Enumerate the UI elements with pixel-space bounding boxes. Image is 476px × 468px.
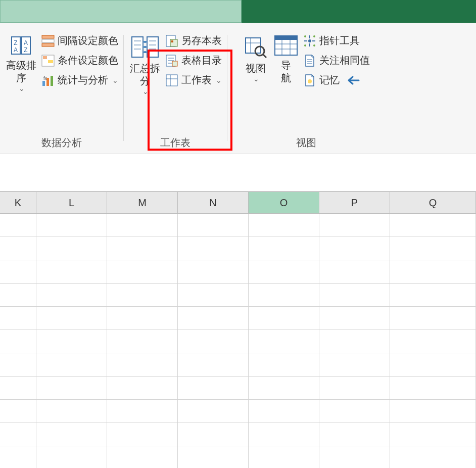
cell[interactable] (107, 307, 178, 330)
cell[interactable] (107, 446, 178, 468)
cell[interactable] (319, 423, 390, 446)
cell[interactable] (319, 353, 390, 377)
cell[interactable] (390, 260, 476, 284)
cell[interactable] (36, 423, 107, 446)
column-header-M[interactable]: M (107, 192, 178, 213)
cell[interactable] (319, 260, 390, 284)
cell[interactable] (390, 377, 476, 400)
cell[interactable] (0, 330, 36, 353)
column-header-N[interactable]: N (178, 192, 249, 213)
cell[interactable] (249, 330, 319, 353)
column-header-K[interactable]: K (0, 192, 36, 213)
cell[interactable] (249, 307, 319, 330)
cell[interactable] (178, 400, 249, 423)
cell[interactable] (36, 237, 107, 260)
cell[interactable] (0, 237, 36, 260)
cell[interactable] (36, 284, 107, 307)
cell[interactable] (107, 214, 178, 237)
cell[interactable] (178, 237, 249, 260)
cell[interactable] (107, 330, 178, 353)
cell[interactable] (0, 423, 36, 446)
pointer-tool-button[interactable]: 指针工具 (303, 34, 370, 48)
cell[interactable] (319, 400, 390, 423)
cell[interactable] (390, 400, 476, 423)
save-sheet-button[interactable]: 另存本表 (165, 34, 222, 48)
memory-button[interactable]: 记忆 (303, 73, 370, 87)
cell[interactable] (390, 446, 476, 468)
cell[interactable] (249, 400, 319, 423)
cell[interactable] (390, 307, 476, 330)
interval-color-button[interactable]: 间隔设定颜色 (41, 34, 118, 48)
cell[interactable] (0, 446, 36, 468)
cell[interactable] (249, 377, 319, 400)
cell[interactable] (178, 377, 249, 400)
cell[interactable] (178, 423, 249, 446)
cell[interactable] (36, 446, 107, 468)
focus-same-button[interactable]: 关注相同值 (303, 54, 370, 67)
column-header-L[interactable]: L (36, 192, 107, 213)
cell[interactable] (107, 423, 178, 446)
cell[interactable] (178, 260, 249, 284)
advanced-sort-button[interactable]: ZAAZ 高级排 序 ⌄ (5, 32, 37, 97)
cell[interactable] (107, 237, 178, 260)
cell[interactable] (107, 377, 178, 400)
grid-rows[interactable] (0, 214, 476, 468)
view-button[interactable]: 视图 ⌄ (243, 32, 269, 87)
cell[interactable] (319, 307, 390, 330)
summary-split-button[interactable]: 汇总拆 分 ⌄ (129, 32, 161, 100)
cell[interactable] (107, 400, 178, 423)
cell[interactable] (36, 400, 107, 423)
cell[interactable] (249, 284, 319, 307)
cell[interactable] (390, 214, 476, 237)
cell[interactable] (107, 284, 178, 307)
cell[interactable] (36, 377, 107, 400)
cell[interactable] (390, 330, 476, 353)
cell[interactable] (36, 330, 107, 353)
cell[interactable] (178, 353, 249, 377)
cell[interactable] (249, 260, 319, 284)
cell[interactable] (0, 377, 36, 400)
cell[interactable] (390, 284, 476, 307)
cell[interactable] (178, 284, 249, 307)
cell[interactable] (0, 284, 36, 307)
cell[interactable] (178, 214, 249, 237)
cell[interactable] (0, 214, 36, 237)
cell[interactable] (0, 353, 36, 377)
cell[interactable] (0, 400, 36, 423)
arrow-left-icon[interactable] (347, 75, 360, 86)
cell[interactable] (249, 423, 319, 446)
condition-color-button[interactable]: 条件设定颜色 (41, 54, 118, 67)
cell[interactable] (319, 237, 390, 260)
cell[interactable] (36, 260, 107, 284)
cell[interactable] (319, 214, 390, 237)
cell[interactable] (0, 260, 36, 284)
cell[interactable] (319, 446, 390, 468)
cell[interactable] (319, 284, 390, 307)
cell[interactable] (319, 330, 390, 353)
cell[interactable] (0, 307, 36, 330)
cell[interactable] (178, 446, 249, 468)
worksheet-button[interactable]: 工作表 ⌄ (165, 73, 222, 87)
sheet-catalog-button[interactable]: 表格目录 (165, 54, 222, 67)
cell[interactable] (36, 307, 107, 330)
column-header-P[interactable]: P (319, 192, 390, 213)
cell[interactable] (107, 353, 178, 377)
cell[interactable] (36, 214, 107, 237)
cell[interactable] (249, 237, 319, 260)
cell[interactable] (390, 353, 476, 377)
navigation-button[interactable]: 导 航 (273, 32, 299, 87)
cell[interactable] (319, 377, 390, 400)
cell[interactable] (249, 353, 319, 377)
column-header-Q[interactable]: Q (390, 192, 476, 213)
cell[interactable] (249, 214, 319, 237)
cell[interactable] (36, 353, 107, 377)
cell[interactable] (249, 446, 319, 468)
cell[interactable] (390, 237, 476, 260)
cell[interactable] (390, 423, 476, 446)
cell[interactable] (178, 330, 249, 353)
cell[interactable] (107, 260, 178, 284)
chevron-down-icon: ⌄ (216, 76, 222, 84)
cell[interactable] (178, 307, 249, 330)
column-header-O[interactable]: O (249, 192, 319, 213)
stats-analysis-button[interactable]: fx 统计与分析 ⌄ (41, 73, 118, 87)
